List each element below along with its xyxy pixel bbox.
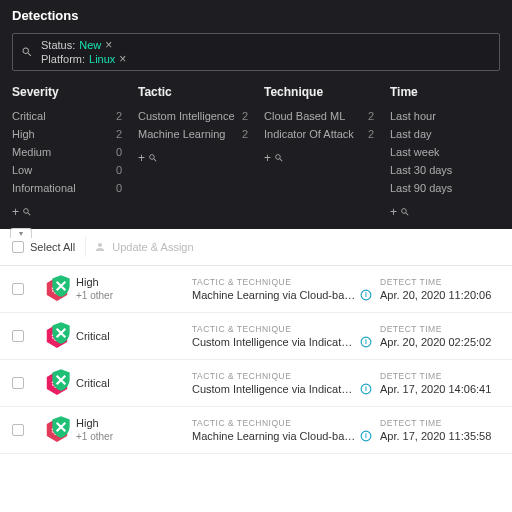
severity-label: High: [76, 276, 113, 289]
facet-more[interactable]: +: [390, 205, 500, 219]
facet-item-count: 2: [116, 125, 122, 143]
severity-label: High: [76, 417, 113, 430]
shield-icon: [48, 320, 74, 346]
detection-row[interactable]: High +1 other TACTIC & TECHNIQUE Machine…: [0, 266, 512, 313]
chip-value: New: [79, 39, 101, 51]
chip-key: Status:: [41, 39, 75, 51]
facet-item[interactable]: Critical2: [12, 107, 122, 125]
facet-item[interactable]: Medium0: [12, 143, 122, 161]
column-label: DETECT TIME: [380, 277, 510, 287]
info-icon[interactable]: i: [360, 289, 372, 301]
time-value: Apr. 20, 2020 11:20:06: [380, 289, 510, 301]
shield-icon: [48, 273, 74, 299]
close-icon[interactable]: ×: [105, 38, 112, 52]
severity-cell: Critical: [44, 323, 184, 349]
svg-text:i: i: [365, 432, 367, 439]
facet-item-label: Last day: [390, 125, 432, 143]
select-all[interactable]: Select All: [12, 241, 75, 253]
update-assign-label: Update & Assign: [112, 241, 193, 253]
facet-item-label: Custom Intelligence: [138, 107, 235, 125]
info-icon[interactable]: i: [360, 383, 372, 395]
facet-item[interactable]: Last hour: [390, 107, 500, 125]
facet-item-count: 2: [242, 107, 248, 125]
severity-text: High +1 other: [76, 417, 113, 443]
search-icon: [22, 207, 32, 217]
facet-item[interactable]: Indicator Of Attack2: [264, 125, 374, 143]
severity-hex-icon: [44, 370, 70, 396]
facet-item[interactable]: High2: [12, 125, 122, 143]
facet-item[interactable]: Machine Learning2: [138, 125, 248, 143]
info-icon[interactable]: i: [360, 336, 372, 348]
tactic-value: Machine Learning via Cloud-based…: [192, 430, 356, 442]
column-label: TACTIC & TECHNIQUE: [192, 277, 372, 287]
search-icon: [400, 207, 410, 217]
select-all-checkbox[interactable]: [12, 241, 24, 253]
tactic-value: Custom Intelligence via Indicator …: [192, 336, 356, 348]
tactic-cell: TACTIC & TECHNIQUE Custom Intelligence v…: [192, 324, 372, 348]
severity-label: Critical: [76, 330, 110, 343]
severity-cell: High +1 other: [44, 417, 184, 443]
severity-sub: +1 other: [76, 430, 113, 443]
facet-item-label: Last 30 days: [390, 161, 452, 179]
facet-title: Tactic: [138, 85, 248, 99]
facet-item-label: Informational: [12, 179, 76, 197]
svg-text:i: i: [365, 338, 367, 345]
facet-item[interactable]: Last day: [390, 125, 500, 143]
column-label: TACTIC & TECHNIQUE: [192, 324, 372, 334]
facet-item-label: Critical: [12, 107, 46, 125]
detection-row[interactable]: Critical TACTIC & TECHNIQUE Custom Intel…: [0, 360, 512, 407]
row-checkbox[interactable]: [12, 424, 24, 436]
row-checkbox[interactable]: [12, 377, 24, 389]
severity-text: High +1 other: [76, 276, 113, 302]
facet-item[interactable]: Custom Intelligence2: [138, 107, 248, 125]
facet-item-count: 0: [116, 161, 122, 179]
facet-item-label: Last hour: [390, 107, 436, 125]
facet-item-label: Indicator Of Attack: [264, 125, 354, 143]
facet-item-count: 2: [368, 107, 374, 125]
facet-title: Severity: [12, 85, 122, 99]
facet-item[interactable]: Cloud Based ML2: [264, 107, 374, 125]
facet-more[interactable]: +: [138, 151, 248, 165]
row-checkbox[interactable]: [12, 330, 24, 342]
list-toolbar: ▾ Select All Update & Assign: [0, 229, 512, 266]
svg-text:i: i: [365, 385, 367, 392]
facet-item-label: Low: [12, 161, 32, 179]
detection-row[interactable]: High +1 other TACTIC & TECHNIQUE Machine…: [0, 407, 512, 454]
facet-more[interactable]: +: [264, 151, 374, 165]
time-cell: DETECT TIME Apr. 17, 2020 14:06:41: [380, 371, 510, 395]
search-icon: [274, 153, 284, 163]
filter-chips: Status: New ×Platform: Linux ×: [41, 38, 126, 66]
column-label: TACTIC & TECHNIQUE: [192, 371, 372, 381]
filter-chip[interactable]: Platform: Linux ×: [41, 52, 126, 66]
facet-item[interactable]: Last 30 days: [390, 161, 500, 179]
facet-item[interactable]: Last week: [390, 143, 500, 161]
tactic-cell: TACTIC & TECHNIQUE Machine Learning via …: [192, 277, 372, 301]
facet-item-label: High: [12, 125, 35, 143]
detection-row[interactable]: Critical TACTIC & TECHNIQUE Custom Intel…: [0, 313, 512, 360]
severity-text: Critical: [76, 330, 110, 343]
chip-key: Platform:: [41, 53, 85, 65]
search-bar[interactable]: Status: New ×Platform: Linux ×: [12, 33, 500, 71]
facet-title: Time: [390, 85, 500, 99]
collapse-caret-icon[interactable]: ▾: [10, 228, 32, 238]
select-all-label: Select All: [30, 241, 75, 253]
facet-item-label: Medium: [12, 143, 51, 161]
time-cell: DETECT TIME Apr. 17, 2020 11:35:58: [380, 418, 510, 442]
facet-more[interactable]: +: [12, 205, 122, 219]
update-assign-button: Update & Assign: [85, 237, 201, 257]
facet-item[interactable]: Last 90 days: [390, 179, 500, 197]
time-cell: DETECT TIME Apr. 20, 2020 02:25:02: [380, 324, 510, 348]
info-icon[interactable]: i: [360, 430, 372, 442]
row-checkbox[interactable]: [12, 283, 24, 295]
facet-item-count: 2: [116, 107, 122, 125]
column-label: DETECT TIME: [380, 324, 510, 334]
severity-cell: Critical: [44, 370, 184, 396]
close-icon[interactable]: ×: [119, 52, 126, 66]
facet-item[interactable]: Low0: [12, 161, 122, 179]
svg-text:i: i: [365, 291, 367, 298]
filter-chip[interactable]: Status: New ×: [41, 38, 126, 52]
time-value: Apr. 20, 2020 02:25:02: [380, 336, 510, 348]
search-icon: [148, 153, 158, 163]
facet-column: TacticCustom Intelligence2Machine Learni…: [138, 85, 248, 219]
facet-item[interactable]: Informational0: [12, 179, 122, 197]
